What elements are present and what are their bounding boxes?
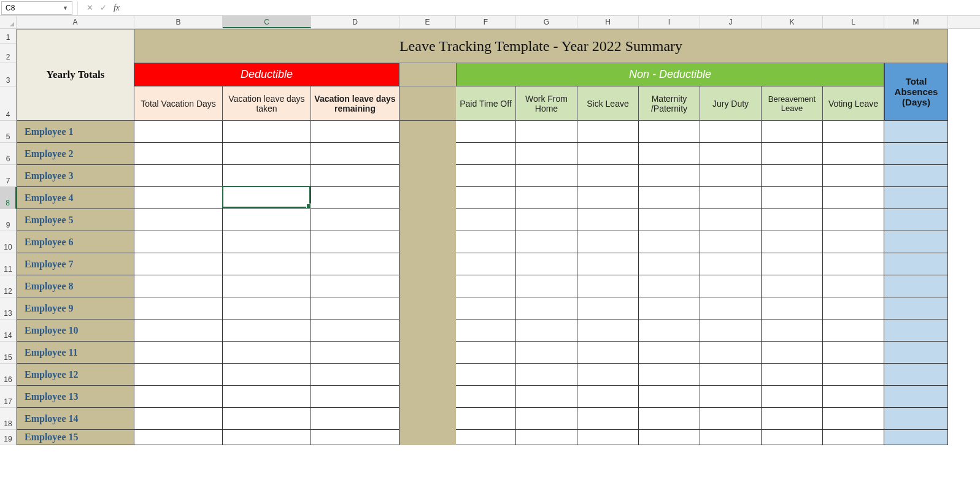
cell-D6[interactable]: [311, 143, 399, 165]
spacer-e4[interactable]: [399, 86, 456, 121]
cell-H16[interactable]: [577, 364, 639, 386]
cell-B10[interactable]: [134, 231, 223, 253]
cell-H17[interactable]: [577, 386, 639, 408]
cell-C12[interactable]: [223, 275, 311, 297]
cell-F5[interactable]: [456, 121, 516, 143]
cell-B9[interactable]: [134, 209, 223, 231]
cell-H11[interactable]: [577, 253, 639, 275]
cell-K14[interactable]: [762, 319, 823, 342]
yearly-totals-header[interactable]: Yearly Totals: [17, 29, 134, 121]
cell-E17[interactable]: [399, 386, 456, 408]
cell-B8[interactable]: [134, 187, 223, 209]
column-header-C[interactable]: C: [223, 16, 311, 28]
cell-H10[interactable]: [577, 231, 639, 253]
cell-C11[interactable]: [223, 253, 311, 275]
column-header-A[interactable]: A: [17, 16, 134, 28]
employee-name[interactable]: Employee 14: [17, 408, 134, 430]
cell-G11[interactable]: [516, 253, 577, 275]
cell-B6[interactable]: [134, 143, 223, 165]
row-header-12[interactable]: 12: [0, 275, 17, 297]
cell-G12[interactable]: [516, 275, 577, 297]
cell-M18[interactable]: [884, 408, 948, 430]
cell-G17[interactable]: [516, 386, 577, 408]
spacer-e3[interactable]: [399, 63, 456, 86]
employee-name[interactable]: Employee 5: [17, 209, 134, 231]
employee-name[interactable]: Employee 10: [17, 319, 134, 342]
cell-G8[interactable]: [516, 187, 577, 209]
cell-H8[interactable]: [577, 187, 639, 209]
employee-name[interactable]: Employee 2: [17, 143, 134, 165]
cell-K15[interactable]: [762, 342, 823, 364]
cell-I13[interactable]: [639, 297, 700, 319]
cell-L7[interactable]: [823, 165, 884, 187]
cell-D18[interactable]: [311, 408, 399, 430]
cell-L14[interactable]: [823, 319, 884, 342]
cell-E16[interactable]: [399, 364, 456, 386]
cell-F13[interactable]: [456, 297, 516, 319]
cell-F10[interactable]: [456, 231, 516, 253]
cell-M12[interactable]: [884, 275, 948, 297]
cell-G16[interactable]: [516, 364, 577, 386]
employee-name[interactable]: Employee 12: [17, 364, 134, 386]
cell-E9[interactable]: [399, 209, 456, 231]
cell-B5[interactable]: [134, 121, 223, 143]
cell-M9[interactable]: [884, 209, 948, 231]
cell-G19[interactable]: [516, 430, 577, 445]
cell-E12[interactable]: [399, 275, 456, 297]
cell-D9[interactable]: [311, 209, 399, 231]
cell-L19[interactable]: [823, 430, 884, 445]
cell-H13[interactable]: [577, 297, 639, 319]
cell-K16[interactable]: [762, 364, 823, 386]
cell-E5[interactable]: [399, 121, 456, 143]
confirm-button[interactable]: ✓: [96, 3, 110, 12]
cell-J9[interactable]: [700, 209, 762, 231]
cell-M16[interactable]: [884, 364, 948, 386]
column-header-E[interactable]: E: [399, 16, 456, 28]
employee-name[interactable]: Employee 8: [17, 275, 134, 297]
cell-J6[interactable]: [700, 143, 762, 165]
cell-H14[interactable]: [577, 319, 639, 342]
cell-L9[interactable]: [823, 209, 884, 231]
cell-B7[interactable]: [134, 165, 223, 187]
cell-J13[interactable]: [700, 297, 762, 319]
cell-C17[interactable]: [223, 386, 311, 408]
cell-L18[interactable]: [823, 408, 884, 430]
row-header-18[interactable]: 18: [0, 408, 17, 430]
cell-C18[interactable]: [223, 408, 311, 430]
cell-F16[interactable]: [456, 364, 516, 386]
cell-I16[interactable]: [639, 364, 700, 386]
cell-K6[interactable]: [762, 143, 823, 165]
row-header-15[interactable]: 15: [0, 342, 17, 364]
cell-C5[interactable]: [223, 121, 311, 143]
cell-F17[interactable]: [456, 386, 516, 408]
cell-K7[interactable]: [762, 165, 823, 187]
employee-name[interactable]: Employee 9: [17, 297, 134, 319]
cell-B18[interactable]: [134, 408, 223, 430]
cell-G6[interactable]: [516, 143, 577, 165]
cell-B16[interactable]: [134, 364, 223, 386]
cell-J16[interactable]: [700, 364, 762, 386]
cell-G15[interactable]: [516, 342, 577, 364]
employee-name[interactable]: Employee 13: [17, 386, 134, 408]
cell-F9[interactable]: [456, 209, 516, 231]
cell-I8[interactable]: [639, 187, 700, 209]
cell-B11[interactable]: [134, 253, 223, 275]
row-header-9[interactable]: 9: [0, 209, 17, 231]
cell-M14[interactable]: [884, 319, 948, 342]
column-header-J[interactable]: J: [700, 16, 762, 28]
cell-I7[interactable]: [639, 165, 700, 187]
cell-H6[interactable]: [577, 143, 639, 165]
cell-M19[interactable]: [884, 430, 948, 445]
cell-J14[interactable]: [700, 319, 762, 342]
cell-M10[interactable]: [884, 231, 948, 253]
cell-F18[interactable]: [456, 408, 516, 430]
cell-G13[interactable]: [516, 297, 577, 319]
cell-H15[interactable]: [577, 342, 639, 364]
cell-E19[interactable]: [399, 430, 456, 445]
cell-J17[interactable]: [700, 386, 762, 408]
row-header-4[interactable]: 4: [0, 86, 17, 121]
cell-L6[interactable]: [823, 143, 884, 165]
cell-B19[interactable]: [134, 430, 223, 445]
cell-I18[interactable]: [639, 408, 700, 430]
select-all-corner[interactable]: [0, 16, 17, 28]
